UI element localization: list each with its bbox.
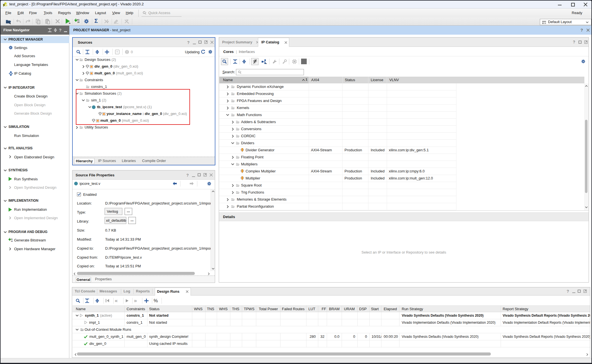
svg-text:01: 01: [77, 19, 79, 21]
svg-text:10: 10: [77, 21, 79, 23]
svg-text:01: 01: [11, 238, 13, 240]
svg-text:10: 10: [11, 240, 13, 242]
svg-text:?: ?: [116, 50, 118, 54]
